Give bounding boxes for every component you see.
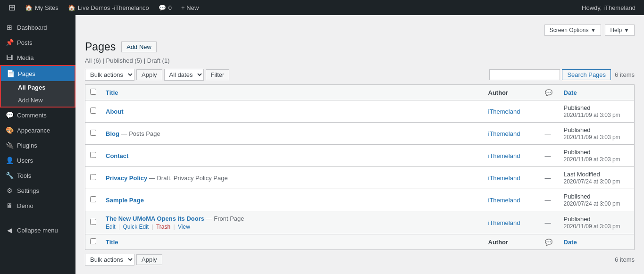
sidebar-item-all-pages[interactable]: All Pages <box>1 81 75 94</box>
add-new-button[interactable]: Add New <box>121 42 157 52</box>
sidebar-item-label: Pages <box>18 70 35 77</box>
row-select-checkbox[interactable] <box>90 174 96 180</box>
select-all-checkbox-top[interactable] <box>90 89 96 95</box>
sidebar-item-appearance[interactable]: 🎨 Appearance <box>0 123 75 138</box>
tablenav-right-top: Search Pages 6 items <box>489 69 635 80</box>
row-date-cell: Last Modified 2020/07/24 at 3:00 pm <box>559 167 635 189</box>
col-header-author: Author <box>484 85 540 100</box>
search-pages-input[interactable] <box>489 69 560 80</box>
page-title-link[interactable]: Privacy Policy <box>106 174 147 182</box>
author-link[interactable]: iThemeland <box>488 130 520 137</box>
page-title-link[interactable]: Contact <box>106 152 128 159</box>
sidebar-collapse-menu[interactable]: ◀ Collapse menu <box>0 223 75 238</box>
sidebar-item-tools[interactable]: 🔧 Tools <box>0 168 75 183</box>
sidebar-item-posts[interactable]: 📌 Posts <box>0 35 75 50</box>
page-note: — Front Page <box>206 215 244 222</box>
screen-meta-links: Screen Options ▼ Help ▼ <box>85 25 635 36</box>
tablenav-bottom: Bulk actions Apply 6 items <box>85 254 635 266</box>
my-sites-menu[interactable]: 🏠 My Sites <box>20 0 63 15</box>
filter-published-link[interactable]: Published (5) <box>106 57 142 64</box>
quick-edit-link[interactable]: Quick Edit <box>123 224 149 230</box>
page-heading: Pages Add New <box>85 41 635 53</box>
filter-button[interactable]: Filter <box>206 69 230 80</box>
admin-sidebar: ⊞ Dashboard 📌 Posts 🎞 Media 📄 Pages All … <box>0 15 75 274</box>
screen-options-label: Screen Options <box>550 27 589 33</box>
row-author-cell: iThemeland <box>484 123 540 145</box>
sidebar-item-plugins[interactable]: 🔌 Plugins <box>0 138 75 153</box>
col-header-date: Date <box>559 85 635 100</box>
col-footer-comments: 💬 <box>540 234 559 250</box>
row-select-checkbox[interactable] <box>90 152 96 158</box>
wp-logo[interactable]: ⊞ <box>4 0 20 15</box>
row-select-checkbox[interactable] <box>90 130 96 136</box>
bulk-actions-select-bottom[interactable]: Bulk actions <box>85 254 134 266</box>
users-icon: 👤 <box>6 157 13 164</box>
search-pages-button[interactable]: Search Pages <box>562 69 611 80</box>
row-author-cell: iThemeland <box>484 189 540 211</box>
new-content-menu[interactable]: + New <box>176 0 203 15</box>
sort-title-link[interactable]: Title <box>106 89 118 96</box>
dashboard-icon: ⊞ <box>6 24 13 31</box>
items-count-top: 6 items <box>615 71 635 78</box>
sort-date-link-bottom[interactable]: Date <box>564 239 577 246</box>
sidebar-item-add-new[interactable]: Add New <box>1 94 75 107</box>
date-status: Published <box>564 126 591 133</box>
table-row: Privacy Policy — Draft, Privacy Policy P… <box>85 167 635 189</box>
row-title-cell: About Edit | Quick Edit | Trash | View <box>101 100 484 123</box>
help-label: Help <box>610 27 622 33</box>
row-select-checkbox[interactable] <box>90 108 96 114</box>
page-title-link[interactable]: The New UMoMA Opens its Doors <box>106 215 204 222</box>
help-button[interactable]: Help ▼ <box>605 25 635 36</box>
sidebar-item-media[interactable]: 🎞 Media <box>0 50 75 65</box>
tablenav-left-bottom: Bulk actions Apply <box>85 254 162 266</box>
bulk-actions-select-top[interactable]: Bulk actions <box>85 69 134 81</box>
howdy-menu[interactable]: Howdy, iThemeland <box>577 0 640 15</box>
author-link[interactable]: iThemeland <box>488 174 520 182</box>
page-title-link[interactable]: About <box>106 108 124 115</box>
row-date-cell: Published 2020/07/24 at 3:00 pm <box>559 189 635 211</box>
sidebar-item-users[interactable]: 👤 Users <box>0 153 75 168</box>
apply-button-bottom[interactable]: Apply <box>136 254 162 265</box>
row-author-cell: iThemeland <box>484 211 540 234</box>
sidebar-item-comments[interactable]: 💬 Comments <box>0 108 75 123</box>
row-select-checkbox[interactable] <box>90 219 96 225</box>
edit-link[interactable]: Edit <box>106 224 116 230</box>
sort-title-link-bottom[interactable]: Title <box>106 239 118 246</box>
screen-options-button[interactable]: Screen Options ▼ <box>544 25 602 36</box>
col-footer-date: Date <box>559 234 635 250</box>
sort-date-link[interactable]: Date <box>564 89 577 96</box>
sidebar-item-label: Users <box>17 157 33 164</box>
row-date-cell: Published 2020/11/09 at 3:03 pm <box>559 145 635 167</box>
date-status: Published <box>564 193 591 200</box>
site-name-menu[interactable]: 🏠 Live Demos -iThemelanco <box>63 0 154 15</box>
sidebar-item-pages[interactable]: 📄 Pages <box>1 66 75 81</box>
filter-draft-link[interactable]: Draft (1) <box>147 57 170 64</box>
comments-menu[interactable]: 💬 0 <box>154 0 176 15</box>
author-link[interactable]: iThemeland <box>488 219 520 226</box>
row-comments-cell: — <box>540 100 559 123</box>
pages-icon: 📄 <box>7 70 14 77</box>
sidebar-item-settings[interactable]: ⚙ Settings <box>0 183 75 198</box>
page-note: — Posts Page <box>121 130 160 137</box>
row-checkbox <box>85 189 101 211</box>
page-title-link[interactable]: Blog <box>106 130 119 137</box>
items-count-bottom: 6 items <box>615 256 635 263</box>
trash-link[interactable]: Trash <box>156 224 170 230</box>
row-comments-cell: — <box>540 145 559 167</box>
sidebar-item-demo[interactable]: 🖥 Demo <box>0 198 75 213</box>
author-link[interactable]: iThemeland <box>488 197 520 204</box>
filter-all-link[interactable]: All (6) <box>85 57 101 64</box>
page-title-link[interactable]: Sample Page <box>106 197 144 204</box>
row-checkbox <box>85 167 101 189</box>
author-link[interactable]: iThemeland <box>488 108 520 115</box>
view-link[interactable]: View <box>178 224 190 230</box>
sidebar-item-dashboard[interactable]: ⊞ Dashboard <box>0 20 75 35</box>
row-author-cell: iThemeland <box>484 145 540 167</box>
row-select-checkbox[interactable] <box>90 196 96 202</box>
select-all-checkbox-bottom[interactable] <box>90 238 96 244</box>
screen-options-arrow: ▼ <box>591 27 596 33</box>
new-label: + New <box>181 4 199 11</box>
date-filter-select[interactable]: All dates <box>164 69 204 81</box>
apply-button-top[interactable]: Apply <box>136 69 162 80</box>
author-link[interactable]: iThemeland <box>488 152 520 159</box>
